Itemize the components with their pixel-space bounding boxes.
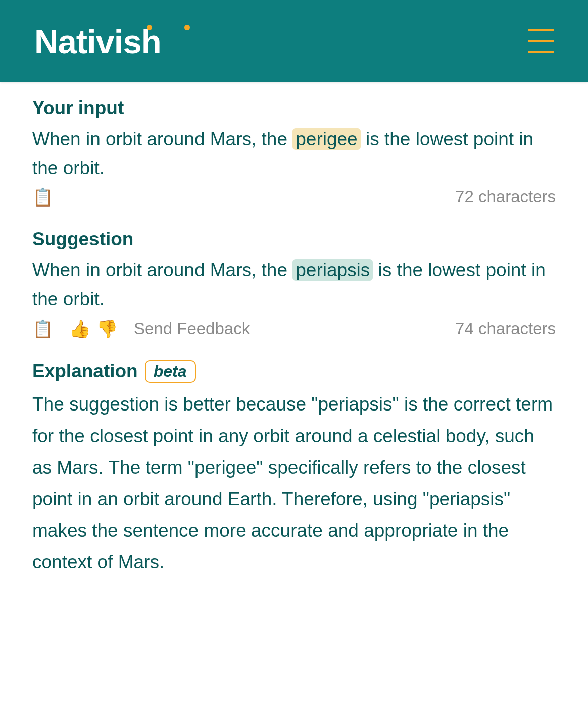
thumbs-pair: 👍 👎 [69,320,118,337]
input-char-count: 72 characters [455,187,556,207]
thumbs-up-icon[interactable]: 👍 [69,320,90,337]
logo-dot-1 [147,25,152,30]
input-section: Your input When in orbit around Mars, th… [32,97,556,207]
clipboard-icon[interactable]: 📋 [32,320,53,337]
explanation-section: Explanation beta The suggestion is bette… [32,360,556,578]
explanation-text: The suggestion is better because "periap… [32,389,556,578]
app-header: Nativish [0,0,588,82]
hamburger-menu-button[interactable] [528,29,554,53]
hamburger-line [528,29,554,31]
hamburger-line [528,40,554,42]
send-feedback-link[interactable]: Send Feedback [134,319,250,338]
brand-text: Nativish [34,23,161,60]
suggestion-char-count: 74 characters [455,319,556,338]
suggestion-meta-left: 📋 👍 👎 Send Feedback [32,319,250,338]
input-title: Your input [32,97,556,119]
brand-logo[interactable]: Nativish [34,22,161,61]
suggestion-title: Suggestion [32,229,556,250]
suggestion-text-before: When in orbit around Mars, the [32,260,292,280]
suggestion-meta-row: 📋 👍 👎 Send Feedback 74 characters [32,319,556,338]
input-meta-row: 📋 72 characters [32,187,556,207]
main-content: Your input When in orbit around Mars, th… [0,82,588,621]
clipboard-icon[interactable]: 📋 [32,188,53,206]
input-text: When in orbit around Mars, the perigee i… [32,125,556,182]
suggestion-text: When in orbit around Mars, the periapsis… [32,256,556,314]
input-highlighted-word: perigee [292,128,360,150]
beta-badge: beta [145,360,196,383]
logo-dot-2 [184,25,190,30]
thumbs-down-icon[interactable]: 👎 [96,320,118,337]
suggestion-highlighted-word: periapsis [292,259,373,281]
suggestion-section: Suggestion When in orbit around Mars, th… [32,229,556,338]
input-meta-left: 📋 [32,188,53,206]
explanation-title: Explanation [32,361,138,382]
hamburger-line [528,51,554,53]
input-text-before: When in orbit around Mars, the [32,129,292,149]
explanation-title-row: Explanation beta [32,360,556,383]
